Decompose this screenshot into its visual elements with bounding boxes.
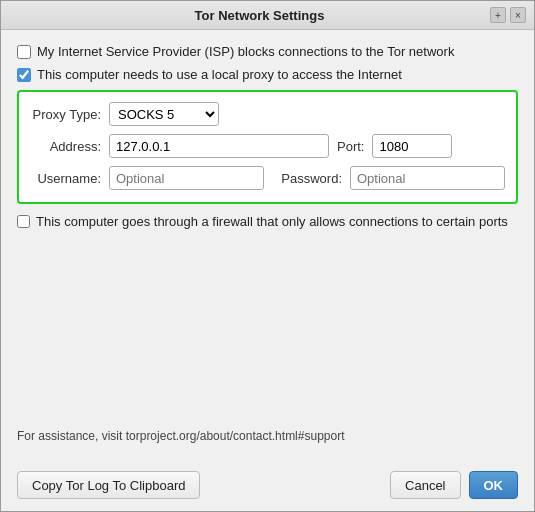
username-label: Username:	[31, 171, 101, 186]
isp-checkbox[interactable]	[17, 45, 31, 59]
window: Tor Network Settings + × My Internet Ser…	[0, 0, 535, 512]
ok-button[interactable]: OK	[469, 471, 519, 499]
proxy-type-select[interactable]: SOCKS 5 SOCKS 4 HTTP/HTTPS	[109, 102, 219, 126]
password-label: Password:	[272, 171, 342, 186]
close-button[interactable]: ×	[510, 7, 526, 23]
spacer	[17, 241, 518, 429]
firewall-checkbox-row: This computer goes through a firewall th…	[17, 214, 518, 229]
username-password-row: Username: Password:	[31, 166, 504, 190]
proxy-checkbox-row: This computer needs to use a local proxy…	[17, 67, 518, 82]
proxy-type-row: Proxy Type: SOCKS 5 SOCKS 4 HTTP/HTTPS	[31, 102, 504, 126]
title-bar: Tor Network Settings + ×	[1, 1, 534, 30]
port-label: Port:	[337, 139, 364, 154]
footer-text: For assistance, visit torproject.org/abo…	[17, 429, 518, 443]
isp-checkbox-row: My Internet Service Provider (ISP) block…	[17, 44, 518, 59]
address-port-row: Address: Port:	[31, 134, 504, 158]
cancel-button[interactable]: Cancel	[390, 471, 460, 499]
username-input[interactable]	[109, 166, 264, 190]
copy-log-button[interactable]: Copy Tor Log To Clipboard	[17, 471, 200, 499]
firewall-label[interactable]: This computer goes through a firewall th…	[36, 214, 508, 229]
port-input[interactable]	[372, 134, 452, 158]
address-input[interactable]	[109, 134, 329, 158]
proxy-label[interactable]: This computer needs to use a local proxy…	[37, 67, 402, 82]
proxy-checkbox[interactable]	[17, 68, 31, 82]
proxy-type-label: Proxy Type:	[31, 107, 101, 122]
password-input[interactable]	[350, 166, 505, 190]
proxy-section: Proxy Type: SOCKS 5 SOCKS 4 HTTP/HTTPS A…	[17, 90, 518, 204]
title-bar-controls: + ×	[490, 7, 526, 23]
main-content: My Internet Service Provider (ISP) block…	[1, 30, 534, 463]
right-buttons: Cancel OK	[390, 471, 518, 499]
bottom-bar: Copy Tor Log To Clipboard Cancel OK	[1, 463, 534, 511]
isp-label[interactable]: My Internet Service Provider (ISP) block…	[37, 44, 454, 59]
firewall-checkbox[interactable]	[17, 215, 30, 228]
address-label: Address:	[31, 139, 101, 154]
window-title: Tor Network Settings	[29, 8, 490, 23]
maximize-button[interactable]: +	[490, 7, 506, 23]
